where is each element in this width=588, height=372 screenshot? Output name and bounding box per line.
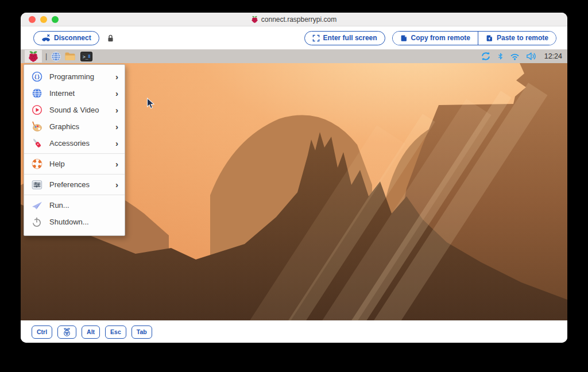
- remote-desktop[interactable]: {} Programming ›: [21, 63, 567, 320]
- menu-separator: [24, 153, 125, 154]
- menu-item-label: Accessories: [49, 139, 109, 148]
- key-esc[interactable]: Esc: [105, 326, 126, 339]
- pi-taskbar: | >_: [21, 49, 567, 63]
- copy-from-remote-button[interactable]: Copy from remote: [393, 32, 478, 45]
- bluetooth-button[interactable]: [497, 50, 504, 63]
- browser-window: connect.raspberrypi.com Disconnect: [21, 13, 567, 343]
- help-icon: [31, 158, 42, 170]
- paste-icon: [486, 34, 493, 42]
- clipboard-button-group: Copy from remote Paste to remote: [392, 31, 556, 45]
- submenu-chevron-icon: ›: [115, 72, 118, 81]
- raspberry-menu-button[interactable]: [25, 50, 42, 63]
- updates-sync-button[interactable]: [481, 50, 491, 63]
- paste-to-remote-button[interactable]: Paste to remote: [478, 32, 556, 45]
- wifi-icon: [510, 52, 520, 60]
- internet-icon: [31, 88, 42, 99]
- screen-background: connect.raspberrypi.com Disconnect: [0, 0, 588, 372]
- file-manager-launcher[interactable]: [64, 50, 76, 63]
- accessories-icon: [31, 138, 42, 149]
- key-raspberry[interactable]: [57, 326, 76, 339]
- submenu-chevron-icon: ›: [115, 89, 118, 98]
- submenu-chevron-icon: ›: [115, 180, 118, 189]
- run-icon: [31, 200, 42, 211]
- menu-item-label: Help: [49, 160, 109, 168]
- svg-text:>_: >_: [83, 54, 88, 59]
- taskbar-status-area: 12:24: [481, 50, 562, 63]
- menu-item-accessories[interactable]: Accessories ›: [24, 135, 125, 152]
- menu-item-graphics[interactable]: Graphics ›: [24, 118, 125, 135]
- menu-item-sound-video[interactable]: Sound & Video ›: [24, 102, 125, 118]
- sound-video-icon: [31, 104, 42, 116]
- menu-item-programming[interactable]: {} Programming ›: [24, 68, 125, 85]
- clock[interactable]: 12:24: [544, 52, 562, 60]
- volume-button[interactable]: [526, 50, 537, 63]
- menu-item-label: Graphics: [49, 122, 109, 131]
- paste-to-remote-label: Paste to remote: [497, 34, 548, 42]
- title-bar: connect.raspberrypi.com: [21, 13, 567, 26]
- menu-separator: [24, 174, 125, 175]
- raspberry-key-icon: [63, 327, 71, 337]
- wifi-button[interactable]: [510, 50, 520, 63]
- app-menu: {} Programming ›: [24, 64, 125, 236]
- virtual-keybar: Ctrl Alt Esc Tab: [21, 320, 567, 343]
- secure-lock-icon: [107, 34, 114, 42]
- key-ctrl[interactable]: Ctrl: [32, 326, 52, 339]
- enter-fullscreen-label: Enter full screen: [323, 34, 377, 42]
- phone-disconnect-icon: [41, 34, 51, 42]
- terminal-launcher[interactable]: >_: [80, 50, 92, 63]
- window-title-wrap: connect.raspberrypi.com: [252, 16, 336, 24]
- bluetooth-icon: [497, 52, 504, 61]
- menu-separator: [24, 195, 125, 195]
- raspberry-menu-icon: [29, 51, 38, 62]
- copy-icon: [400, 34, 408, 42]
- menu-item-run[interactable]: Run...: [24, 197, 125, 214]
- disconnect-label: Disconnect: [54, 34, 91, 42]
- submenu-chevron-icon: ›: [115, 160, 118, 168]
- raspberry-favicon: [252, 16, 258, 23]
- menu-item-label: Sound & Video: [49, 106, 109, 114]
- svg-text:{}: {}: [34, 74, 40, 80]
- enter-fullscreen-button[interactable]: Enter full screen: [304, 31, 385, 45]
- web-browser-icon: [51, 51, 61, 62]
- menu-item-label: Preferences: [49, 180, 109, 189]
- submenu-chevron-icon: ›: [115, 139, 118, 148]
- key-tab[interactable]: Tab: [131, 326, 152, 339]
- menu-item-label: Programming: [49, 72, 109, 81]
- traffic-lights: [29, 13, 59, 26]
- menu-item-label: Shutdown...: [49, 218, 118, 226]
- minimize-button[interactable]: [40, 16, 47, 23]
- disconnect-button[interactable]: Disconnect: [33, 31, 99, 45]
- preferences-icon: [31, 179, 42, 191]
- web-browser-launcher[interactable]: [51, 50, 61, 63]
- fullscreen-expand-icon: [312, 34, 320, 42]
- toolbar-right-group: Enter full screen Copy from remote: [304, 31, 556, 45]
- terminal-icon: >_: [80, 52, 92, 61]
- programming-icon: {}: [31, 71, 42, 83]
- menu-item-shutdown[interactable]: Shutdown...: [24, 214, 125, 230]
- page-title: connect.raspberrypi.com: [261, 16, 336, 24]
- copy-from-remote-label: Copy from remote: [411, 34, 470, 42]
- graphics-icon: [31, 121, 42, 133]
- volume-icon: [526, 52, 537, 61]
- connect-toolbar: Disconnect Enter full screen: [21, 26, 567, 49]
- shutdown-icon: [31, 216, 42, 228]
- menu-item-help[interactable]: Help ›: [24, 156, 125, 172]
- menu-item-label: Run...: [49, 201, 118, 210]
- submenu-chevron-icon: ›: [115, 106, 118, 114]
- submenu-chevron-icon: ›: [115, 122, 118, 131]
- file-manager-icon: [64, 51, 76, 61]
- menu-item-preferences[interactable]: Preferences ›: [24, 176, 125, 193]
- key-alt[interactable]: Alt: [82, 326, 100, 339]
- close-button[interactable]: [29, 16, 36, 23]
- zoom-button[interactable]: [52, 16, 59, 23]
- updates-sync-icon: [481, 52, 491, 61]
- menu-item-internet[interactable]: Internet ›: [24, 85, 125, 102]
- taskbar-separator: |: [45, 53, 47, 60]
- menu-item-label: Internet: [49, 89, 109, 98]
